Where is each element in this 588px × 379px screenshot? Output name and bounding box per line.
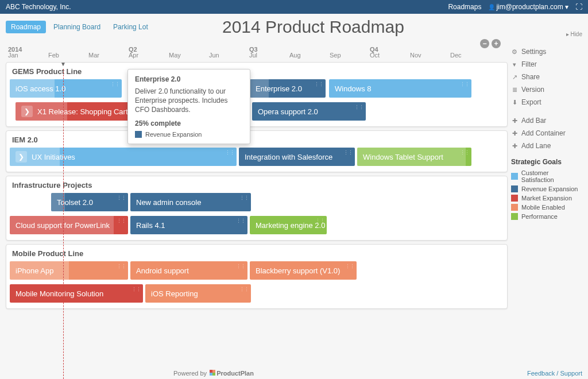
drag-grip-icon[interactable]: ⋮⋮	[110, 82, 119, 87]
tooltip-tag: Revenue Expansion	[135, 131, 243, 138]
lane-row: iPhone App⋮⋮Android support⋮⋮Blackberry …	[10, 261, 504, 281]
axis-month: Jun	[209, 52, 249, 59]
sidebar-item[interactable]: ≣Version	[511, 83, 582, 96]
lane-title: Infrastructure Projects	[10, 180, 504, 193]
drag-grip-icon[interactable]: ⋮⋮	[236, 264, 245, 269]
lane-row: Toolset 2.0⋮⋮New admin console⋮⋮	[10, 193, 504, 212]
bar-label: Rails 4.1	[136, 221, 165, 230]
user-icon: 👤	[488, 4, 495, 10]
axis-month: Apr	[129, 52, 169, 59]
roadmap-bar[interactable]: Android support⋮⋮	[130, 261, 247, 280]
bar-label: Marketing engine 2.0	[256, 221, 325, 230]
axis-month: Aug	[289, 52, 330, 59]
roadmap-bar[interactable]: Marketing engine 2.0⋮⋮	[250, 216, 327, 234]
drag-grip-icon[interactable]: ⋮⋮	[460, 82, 469, 87]
roadmap-bar[interactable]: Mobile Monitoring Solution⋮⋮	[10, 284, 143, 303]
tooltip-swatch	[135, 131, 142, 138]
sidebar-item[interactable]: ⚙Settings	[511, 45, 582, 58]
today-marker: ▼	[60, 61, 66, 67]
drag-grip-icon[interactable]: ⋮⋮	[225, 150, 234, 156]
topbar: ABC Technology, Inc. Roadmaps 👤jim@produ…	[0, 0, 588, 14]
roadmaps-link[interactable]: Roadmaps	[448, 3, 481, 11]
roadmap-bar[interactable]: Opera support 2.0⋮⋮	[252, 102, 366, 121]
goal-swatch	[511, 204, 518, 211]
sidebar-item[interactable]: ▾Filter	[511, 58, 582, 71]
roadmap-bar[interactable]: New admin console⋮⋮	[130, 193, 251, 211]
bar-label: Blackberry support (V1.0)	[256, 266, 340, 275]
drag-grip-icon[interactable]: ⋮⋮	[239, 195, 249, 201]
sidebar-add-item[interactable]: ✚Add Lane	[511, 140, 582, 152]
roadmap-bar[interactable]: Windows Tablet Support⋮⋮	[357, 148, 471, 166]
sidebar-add-item[interactable]: ✚Add Container	[511, 127, 582, 140]
strategic-goal[interactable]: Mobile Enabled	[511, 203, 582, 212]
lane-title: GEMS Product Line	[10, 66, 504, 79]
axis-months: JanFebMarAprMayJunJulAugSepOctNovDec	[6, 52, 508, 59]
bar-label: X1 Release: Shopping Cart	[37, 107, 128, 116]
strategic-goal[interactable]: Performance	[511, 212, 582, 221]
lane-row: Cloud support for PowerLink⋮⋮Rails 4.1⋮⋮…	[10, 216, 504, 235]
bar-label: Mobile Monitoring Solution	[16, 289, 103, 298]
lane: Mobile Product LineiPhone App⋮⋮Android s…	[6, 244, 508, 309]
fullscreen-icon[interactable]: ⛶	[575, 3, 582, 11]
bar-label: UX Initiatives	[32, 153, 75, 161]
roadmap-bar[interactable]: Enterprise 2.0⋮⋮	[250, 79, 326, 98]
footer: Powered by ProductPlan	[0, 370, 427, 377]
lane: IEM 2.0❯UX Initiatives⋮⋮Integration with…	[6, 130, 508, 172]
feedback-link[interactable]: Feedback / Support	[527, 370, 582, 377]
drag-grip-icon[interactable]: ⋮⋮	[117, 195, 126, 201]
drag-grip-icon[interactable]: ⋮⋮	[131, 287, 141, 292]
page-title: 2014 Product Roadmap	[119, 17, 508, 37]
roadmap-bar[interactable]: ❯UX Initiatives⋮⋮	[10, 148, 237, 166]
bar-label: Opera support 2.0	[258, 107, 318, 116]
roadmap-bar[interactable]: Integration with Salesforce⋮⋮	[239, 148, 355, 166]
strategic-goal[interactable]: Customer Satisfaction	[511, 168, 582, 184]
roadmap-bar[interactable]: iPhone App⋮⋮	[10, 261, 128, 280]
roadmap-bar[interactable]: Rails 4.1⋮⋮	[130, 216, 247, 234]
user-menu[interactable]: 👤jim@productplan.com ▾	[488, 3, 568, 11]
roadmap-bar[interactable]: Cloud support for PowerLink⋮⋮	[10, 216, 128, 234]
lane-row: Mobile Monitoring Solution⋮⋮iOS Reportin…	[10, 284, 504, 304]
drag-grip-icon[interactable]: ⋮⋮	[343, 150, 353, 156]
axis-month: Sep	[330, 52, 370, 59]
axis-month: Jan	[8, 52, 48, 59]
menu-icon: ⚙	[511, 48, 518, 56]
drag-grip-icon[interactable]: ⋮⋮	[236, 218, 245, 224]
drag-grip-icon[interactable]: ⋮⋮	[117, 218, 126, 224]
drag-grip-icon[interactable]: ⋮⋮	[345, 264, 354, 269]
lane-row: iOS access 1.0⋮⋮Enterprise 2.0⋮⋮Windows …	[10, 79, 504, 99]
sidebar-item[interactable]: ⬇Export	[511, 96, 582, 109]
lane-row: ❯UX Initiatives⋮⋮Integration with Salesf…	[10, 148, 504, 167]
drag-grip-icon[interactable]: ⋮⋮	[314, 82, 323, 87]
menu-icon: ✚	[511, 117, 518, 125]
roadmap-bar[interactable]: iOS Reporting⋮⋮	[145, 284, 251, 303]
menu-icon: ▾	[511, 61, 518, 68]
productplan-logo-icon	[210, 370, 215, 376]
tab-planning-board[interactable]: Planning Board	[48, 21, 106, 33]
lane: Infrastructure ProjectsToolset 2.0⋮⋮New …	[6, 176, 508, 241]
drag-grip-icon[interactable]: ⋮⋮	[239, 287, 249, 292]
menu-icon: ↗	[511, 74, 518, 81]
roadmap-bar[interactable]: Windows 8⋮⋮	[329, 79, 471, 98]
roadmap-bar[interactable]: Blackberry support (V1.0)⋮⋮	[250, 261, 357, 280]
sidebar: ▸ Hide ⚙Settings▾Filter↗Share≣Version⬇Ex…	[508, 14, 588, 379]
drag-grip-icon[interactable]: ⋮⋮	[354, 105, 363, 110]
bar-label: iPhone App	[16, 266, 54, 275]
roadmap-bar[interactable]: Toolset 2.0⋮⋮	[51, 193, 128, 211]
axis-month: Oct	[370, 52, 410, 59]
bar-label: iOS Reporting	[151, 289, 198, 298]
axis-month: Jul	[249, 52, 289, 59]
tab-roadmap[interactable]: Roadmap	[6, 21, 46, 33]
bar-label: Cloud support for PowerLink	[16, 221, 110, 230]
lane-row: ❯X1 Release: Shopping Cart⋮⋮Opera suppor…	[10, 102, 504, 122]
lane-title: IEM 2.0	[10, 134, 504, 148]
sidebar-add-item[interactable]: ✚Add Bar	[511, 114, 582, 127]
strategic-goal[interactable]: Market Expansion	[511, 194, 582, 203]
strategic-goal[interactable]: Revenue Expansion	[511, 184, 582, 194]
roadmap-bar[interactable]: iOS access 1.0⋮⋮	[10, 79, 122, 98]
hide-sidebar-link[interactable]: ▸ Hide	[511, 31, 582, 37]
drag-grip-icon[interactable]: ⋮⋮	[460, 150, 469, 156]
drag-grip-icon[interactable]: ⋮⋮	[117, 264, 126, 269]
axis-month: Mar	[88, 52, 129, 59]
sidebar-item[interactable]: ↗Share	[511, 71, 582, 83]
bar-tooltip: Enterprise 2.0 Deliver 2.0 functionality…	[127, 69, 250, 144]
